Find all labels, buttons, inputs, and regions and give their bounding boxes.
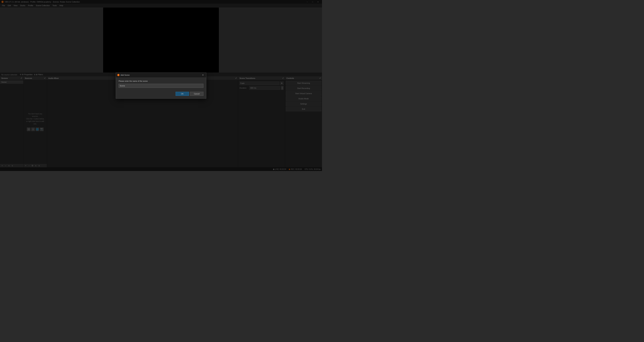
dialog-titlebar: ● Add Scene ✕ (116, 73, 206, 77)
dialog-footer: OK Cancel (116, 90, 206, 98)
dialog-obs-icon: ● (117, 74, 120, 76)
dialog-cancel-button[interactable]: Cancel (190, 92, 204, 96)
dialog-title: Add Scene (120, 74, 130, 76)
dialog-overlay: ● Add Scene ✕ Please enter the name of t… (0, 0, 322, 171)
dialog-body: Please enter the name of the scene (116, 77, 206, 90)
dialog-ok-button[interactable]: OK (176, 92, 189, 96)
dialog-close-button[interactable]: ✕ (201, 73, 205, 77)
dialog-prompt-text: Please enter the name of the scene (118, 80, 204, 82)
add-scene-dialog: ● Add Scene ✕ Please enter the name of t… (116, 73, 206, 99)
scene-name-input[interactable] (118, 84, 204, 88)
